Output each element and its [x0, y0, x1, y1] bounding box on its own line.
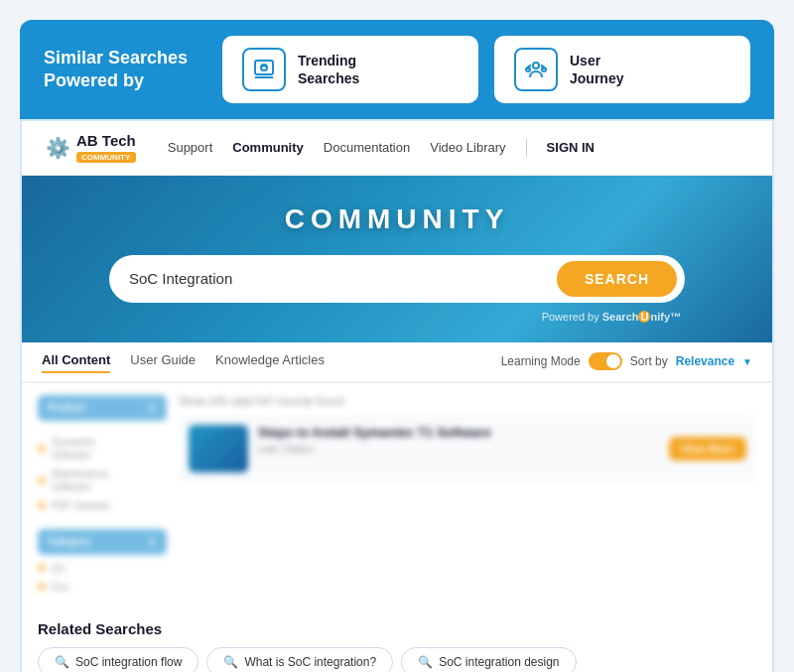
logo-text-area: AB Tech COMMUNITY [76, 133, 136, 163]
logo-gear-icon: ⚙️ [46, 136, 70, 160]
trending-icon [242, 48, 286, 91]
nav-support[interactable]: Support [168, 140, 213, 155]
chip-label: What is SoC integration? [244, 655, 376, 669]
powered-by: Powered by SearchUnify™ [109, 311, 685, 323]
filter-product[interactable]: Product ✕ [38, 395, 167, 421]
dot-icon [38, 583, 46, 591]
powered-text: Powered by [542, 311, 599, 323]
list-item: Q1 [38, 559, 167, 578]
learning-mode-toggle[interactable] [589, 352, 622, 370]
toggle-knob [606, 354, 620, 368]
related-title: Related Searches [38, 620, 756, 637]
filter-product-label: Product [48, 402, 85, 413]
nav-links: Support Community Documentation Video Li… [168, 139, 748, 157]
list-item: Maintenance Software [38, 465, 167, 496]
chip-label: SoC integration flow [75, 655, 182, 669]
sidebar-item-label: Symantec Software [52, 436, 95, 462]
sidebar-item-label: Maintenance Software [52, 468, 108, 493]
result-card[interactable]: Steps to Install Symantec T1 Software La… [179, 415, 756, 482]
user-journey-label: User Journey [570, 52, 623, 87]
nav-documentation[interactable]: Documentation [324, 140, 410, 155]
nav-signin-button[interactable]: SIGN IN [547, 140, 595, 155]
filter-category-label: Category [48, 536, 90, 547]
nav-community[interactable]: Community [232, 140, 304, 155]
sidebar-item-label: PDF Solution [52, 499, 110, 512]
sidebar-product-items: Symantec Software Maintenance Software P… [38, 429, 167, 519]
result-action-button[interactable]: View More [669, 437, 746, 461]
sort-by-label: Sort by [630, 354, 668, 368]
chip-flow[interactable]: 🔍 SoC integration flow [38, 647, 198, 673]
result-info: Steps to Install Symantec T1 Software La… [258, 425, 659, 472]
tab-user-guide[interactable]: User Guide [130, 352, 196, 371]
nav-bar: ⚙️ AB Tech COMMUNITY Support Community D… [22, 121, 772, 176]
nav-divider [526, 139, 527, 157]
user-journey-card[interactable]: User Journey [494, 36, 750, 103]
tab-all-content[interactable]: All Content [42, 352, 110, 373]
svg-rect-0 [255, 61, 273, 74]
tabs-right: Learning Mode Sort by Relevance ▼ [501, 352, 752, 370]
page-container: Similar Searches Powered by Trending Sea… [20, 20, 774, 672]
trending-label: Trending Searches [298, 52, 359, 87]
top-banner: Similar Searches Powered by Trending Sea… [20, 20, 774, 119]
dot-icon [38, 445, 46, 453]
chip-label: SoC integration design [439, 655, 559, 669]
user-journey-icon [514, 48, 558, 91]
search-input[interactable] [129, 270, 557, 287]
list-item: Symantec Software [38, 433, 167, 465]
logo-area: ⚙️ AB Tech COMMUNITY [46, 133, 136, 163]
content-area: Product ✕ Symantec Software Maintenance … [22, 383, 772, 612]
filter-category[interactable]: Category ✕ [38, 529, 167, 555]
filter-category-close[interactable]: ✕ [147, 535, 157, 549]
related-searches-section: Related Searches 🔍 SoC integration flow … [22, 612, 772, 673]
dot-icon [38, 501, 46, 509]
hero-section: COMMUNITY SEARCH Powered by SearchUnify™ [22, 176, 772, 342]
sidebar-item-label: Foo [52, 581, 68, 594]
tab-knowledge-articles[interactable]: Knowledge Articles [215, 352, 325, 371]
learning-mode-label: Learning Mode [501, 354, 581, 368]
sort-by-value[interactable]: Relevance [676, 354, 734, 368]
chip-what-is[interactable]: 🔍 What is SoC integration? [206, 647, 393, 673]
search-button[interactable]: SEARCH [557, 261, 677, 297]
logo-badge: COMMUNITY [76, 152, 136, 163]
powered-brand: SearchUnify™ [602, 311, 681, 323]
main-card: ◀ ⚙️ AB Tech COMMUNITY Support Community… [20, 119, 774, 672]
sidebar-item-label: Q1 [52, 562, 65, 575]
result-meta: Last | Status [258, 444, 659, 455]
search-icon: 🔍 [55, 655, 69, 669]
banner-cards: Trending Searches User Journey [222, 36, 750, 103]
related-chips: 🔍 SoC integration flow 🔍 What is SoC int… [38, 647, 756, 673]
nav-video-library[interactable]: Video Library [430, 140, 505, 155]
chip-design[interactable]: 🔍 SoC integration design [401, 647, 576, 673]
list-item: Foo [38, 578, 167, 597]
trending-searches-card[interactable]: Trending Searches [222, 36, 478, 103]
search-bar: SEARCH [109, 255, 685, 303]
filter-product-close[interactable]: ✕ [147, 401, 157, 415]
dot-icon [38, 476, 46, 484]
results-count: Show 245 valid 547 records found [179, 395, 756, 407]
tabs-row: All Content User Guide Knowledge Article… [22, 342, 772, 383]
list-item: PDF Solution [38, 496, 167, 515]
sort-chevron-icon[interactable]: ▼ [742, 356, 752, 367]
sidebar-category-items: Q1 Foo [38, 555, 167, 601]
left-sidebar: Product ✕ Symantec Software Maintenance … [38, 395, 167, 601]
result-thumbnail [189, 425, 248, 472]
logo-name: AB Tech [76, 133, 136, 150]
svg-point-3 [533, 63, 539, 68]
hero-title: COMMUNITY [46, 203, 748, 235]
search-icon: 🔍 [418, 655, 433, 669]
search-icon: 🔍 [223, 655, 238, 669]
results-area: Show 245 valid 547 records found Steps t… [167, 395, 756, 601]
banner-title: Similar Searches Powered by [44, 47, 202, 93]
dot-icon [38, 564, 46, 572]
result-title: Steps to Install Symantec T1 Software [258, 425, 659, 440]
dashed-indicator [772, 121, 774, 672]
